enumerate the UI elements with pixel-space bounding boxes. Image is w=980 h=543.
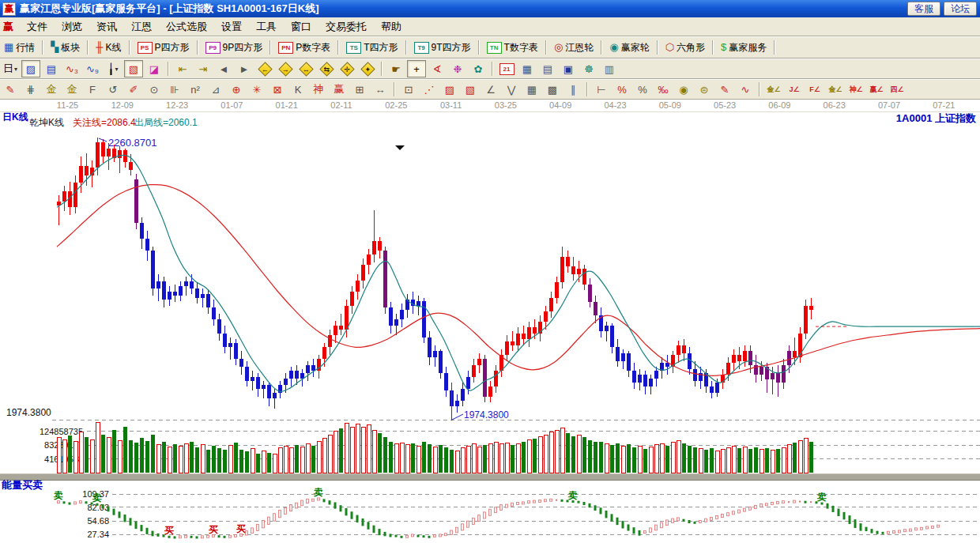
gold-channel-tool-icon[interactable]: ⊜ [695, 81, 714, 98]
pane-splitter[interactable] [0, 473, 980, 481]
toolbar-kline-button[interactable]: ╫K线 [92, 40, 125, 56]
arrow-brush-tool-icon[interactable]: ✎ [715, 81, 734, 98]
percent-line-tool-icon[interactable]: % [612, 81, 631, 98]
span-measure-tool-icon[interactable]: ↔ [371, 81, 390, 98]
mirror-tool-icon[interactable]: ⊿ [206, 81, 225, 98]
expand-all-icon[interactable]: ✦ [358, 60, 377, 77]
angle-lines-tool-icon[interactable]: ∠ [481, 81, 500, 98]
toolbar-sectors-button[interactable]: ▚板块 [47, 40, 84, 56]
compress-3-icon[interactable]: ∿₃ [62, 60, 81, 77]
wave-channel-tool-icon[interactable]: ∿ [736, 81, 755, 98]
drag-hand-icon[interactable]: ☛ [386, 60, 405, 77]
permille-tool-icon[interactable]: ‰ [654, 81, 673, 98]
calculator-icon[interactable]: ▦ [518, 60, 537, 77]
notes-icon[interactable]: ▤ [538, 60, 557, 77]
shift-left-icon[interactable]: ← [255, 60, 274, 77]
f-line-tool-icon[interactable]: F [83, 81, 102, 98]
scale-measure-tool-icon[interactable]: ⊢ [592, 81, 611, 98]
customer-service-button[interactable]: 客服 [907, 2, 940, 16]
gold-section-tool-icon[interactable]: 金 [42, 81, 61, 98]
calendar-icon[interactable]: 21 [497, 60, 516, 77]
menu-item-formula-stock-pick[interactable]: 公式选股 [159, 18, 214, 36]
compress-view-icon[interactable]: ⇆ [317, 60, 336, 77]
first-page-icon[interactable]: ⇤ [173, 60, 192, 77]
toolbar-separator [545, 40, 547, 55]
gold2-angle-tool-icon[interactable]: 金∠ [826, 81, 845, 98]
shift-right-icon[interactable]: → [276, 60, 295, 77]
n-square-tool-icon[interactable]: n² [186, 81, 205, 98]
kline-style-icon[interactable]: ▨ [21, 60, 40, 77]
zoom-horizontal-icon[interactable]: ↔ [296, 60, 315, 77]
square-grid-tool-icon[interactable]: ⊠ [268, 81, 287, 98]
si-angle-tool-icon[interactable]: 四∠ [888, 81, 906, 98]
gann-shell-icon[interactable]: ✿ [469, 60, 488, 77]
toolbar-hexagon-button[interactable]: ⬡六角形 [662, 40, 709, 56]
toolbar-gann-wheel-button[interactable]: ◎江恩轮 [550, 40, 597, 56]
gold-circle-tool-icon[interactable]: ◉ [674, 81, 693, 98]
fan-box-tool-icon[interactable]: ▨ [440, 81, 459, 98]
ruler-123-tool-icon[interactable]: ⊞ [350, 81, 369, 98]
fan-rays-tool-icon[interactable]: ⋰ [420, 81, 439, 98]
gold-angle-tool-icon[interactable]: 金∠ [764, 81, 783, 98]
v-lines-tool-icon[interactable]: ⋁ [502, 81, 521, 98]
j-angle-tool-icon[interactable]: J∠ [785, 81, 804, 98]
toolbar-t-square-button[interactable]: TST四方形 [342, 40, 401, 56]
toolbar-quotes-button[interactable]: ▦行情 [0, 40, 39, 56]
menu-item-news[interactable]: 资讯 [89, 18, 124, 36]
menu-item-tools[interactable]: 工具 [249, 18, 284, 36]
color-histogram-icon[interactable]: ◪ [145, 60, 164, 77]
box-frame-tool-icon[interactable]: ⊡ [399, 81, 418, 98]
toolbar-t-number-table-button[interactable]: TNT数字表 [483, 40, 542, 56]
forum-button[interactable]: 论坛 [944, 2, 977, 16]
period-day-drop-icon[interactable]: 日▾ [1, 60, 20, 77]
parallel-tool-icon[interactable]: ∥ [564, 81, 582, 98]
marker-brush-tool-icon[interactable]: ✐ [124, 81, 143, 98]
spiral-tool-icon[interactable]: ↺ [104, 81, 122, 98]
print-icon[interactable]: ▥ [600, 60, 619, 77]
dense-grid2-tool-icon[interactable]: ▩ [543, 81, 562, 98]
circle-cross-tool-icon[interactable]: ⊕ [227, 81, 246, 98]
menu-item-file[interactable]: 文件 [20, 18, 55, 36]
restore-view-icon[interactable]: ▧ [124, 60, 143, 77]
compress-9-icon[interactable]: ∿₉ [83, 60, 102, 77]
red-brush-tool-icon[interactable]: ✎ [1, 81, 20, 98]
toolbar-9p-square-button[interactable]: P99P四方形 [202, 40, 267, 56]
percent-tool-icon[interactable]: % [633, 81, 652, 98]
toolbar-p-square-button[interactable]: PSP四方形 [134, 40, 194, 56]
time-circle-tool-icon[interactable]: ⊙ [145, 81, 164, 98]
dense-grid-tool-icon[interactable]: ▦ [522, 81, 541, 98]
info-board-icon[interactable]: ▤ [42, 60, 61, 77]
menu-item-browse[interactable]: 浏览 [55, 18, 89, 36]
last-page-icon[interactable]: ⇥ [194, 60, 213, 77]
shen-grid-tool-icon[interactable]: 神 [309, 81, 328, 98]
single-candle-drop-icon[interactable]: ╽▾ [104, 60, 122, 77]
toolbar-winner-service-button[interactable]: $赢家服务 [717, 40, 771, 56]
toolbar-9t-square-button[interactable]: T99T四方形 [410, 40, 475, 56]
web-update-icon[interactable]: ☸ [579, 60, 598, 77]
f-angle-tool-icon[interactable]: F∠ [805, 81, 824, 98]
toolbar-winner-wheel-button[interactable]: ◉赢家轮 [605, 40, 653, 56]
time-ruler-tool-icon[interactable]: ⊪ [165, 81, 184, 98]
gann-flower-icon[interactable]: ❉ [448, 60, 467, 77]
pan-all-icon[interactable]: ✛ [337, 60, 356, 77]
win-angle-tool-icon[interactable]: 赢∠ [867, 81, 886, 98]
prev-bar-icon[interactable]: ◄ [214, 60, 233, 77]
star-rays-tool-icon[interactable]: ✳ [247, 81, 266, 98]
menu-item-trade-order[interactable]: 交易委托 [318, 18, 374, 36]
gold-section2-tool-icon[interactable]: 金 [62, 81, 81, 98]
fan-box2-tool-icon[interactable]: ▧ [461, 81, 480, 98]
menu-item-window[interactable]: 窗口 [284, 18, 318, 36]
win-grid-tool-icon[interactable]: 赢 [330, 81, 349, 98]
toolbar-p-number-table-button[interactable]: PNP数字表 [274, 40, 334, 56]
shen-angle-tool-icon[interactable]: 神∠ [846, 81, 865, 98]
toolbar-separator [405, 40, 407, 55]
save-icon[interactable]: ▣ [559, 60, 578, 77]
menu-item-help[interactable]: 帮助 [374, 18, 409, 36]
next-bar-icon[interactable]: ► [235, 60, 254, 77]
menu-item-gann[interactable]: 江恩 [124, 18, 159, 36]
time-grid-tool-icon[interactable]: ⋕ [21, 81, 40, 98]
crosshair-icon[interactable]: + [407, 60, 426, 77]
k-quote-tool-icon[interactable]: K [288, 81, 307, 98]
menu-item-settings[interactable]: 设置 [214, 18, 249, 36]
angle-measure-icon[interactable]: ∢ [428, 60, 447, 77]
